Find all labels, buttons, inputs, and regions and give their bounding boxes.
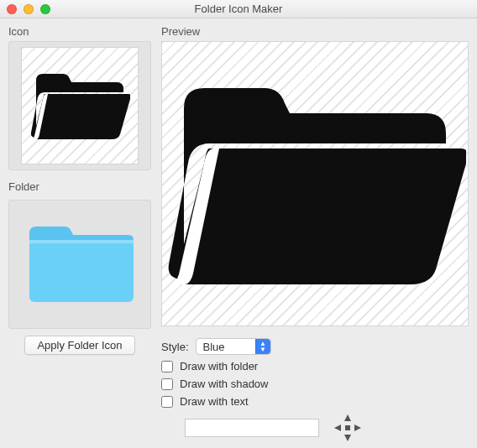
draw-with-text-label: Draw with text: [180, 395, 249, 408]
draw-with-folder-checkbox[interactable]: [161, 361, 173, 372]
preview-canvas: [161, 41, 469, 326]
style-select-value: Blue: [203, 341, 225, 353]
draw-with-folder-label: Draw with folder: [180, 360, 258, 372]
svg-rect-1: [29, 240, 134, 243]
style-label: Style:: [161, 341, 189, 353]
svg-marker-3: [344, 435, 351, 441]
svg-rect-6: [345, 425, 350, 430]
folder-section-label: Folder: [8, 180, 151, 193]
draw-with-shadow-label: Draw with shadow: [180, 378, 269, 390]
icon-canvas: [21, 47, 139, 164]
svg-marker-5: [354, 425, 361, 431]
text-input[interactable]: [185, 419, 319, 437]
open-folder-icon: [164, 58, 466, 310]
folder-well[interactable]: [8, 200, 151, 329]
apply-folder-icon-button[interactable]: Apply Folder Icon: [24, 336, 134, 355]
chevron-updown-icon: ▲▼: [255, 339, 270, 354]
titlebar: Folder Icon Maker: [0, 0, 477, 18]
draw-with-shadow-checkbox[interactable]: [161, 378, 173, 390]
preview-section-label: Preview: [161, 25, 469, 38]
svg-marker-4: [334, 425, 341, 431]
mac-folder-icon: [21, 218, 139, 310]
svg-rect-0: [29, 240, 134, 302]
window-title: Folder Icon Maker: [0, 3, 477, 15]
open-folder-icon: [29, 64, 130, 148]
style-select[interactable]: Blue ▲▼: [196, 338, 271, 355]
move-icon[interactable]: [333, 413, 363, 443]
icon-section-label: Icon: [8, 25, 151, 38]
draw-with-text-checkbox[interactable]: [161, 396, 173, 408]
svg-marker-2: [344, 414, 351, 421]
icon-well[interactable]: [8, 41, 151, 170]
